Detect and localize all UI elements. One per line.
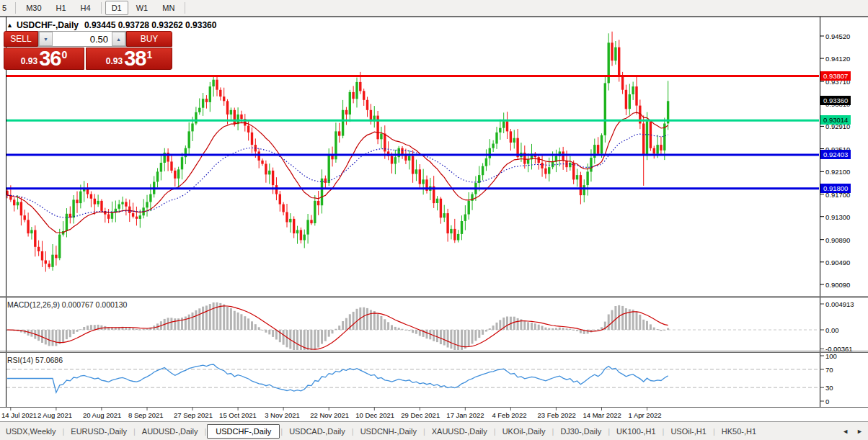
tab-scroll-right-icon[interactable]: ► (856, 428, 863, 435)
volume-spinner: ▼ ▲ (38, 31, 126, 47)
rsi-axis-tick: 30 (825, 384, 833, 392)
sell-button[interactable]: SELL (4, 31, 38, 47)
level-price-label[interactable]: 0.93807 (820, 71, 851, 81)
tab-usoil-h1[interactable]: USOil-,H1 (665, 425, 712, 438)
tf-button-h1[interactable]: H1 (50, 1, 73, 15)
level-price-label[interactable]: 0.92403 (820, 150, 851, 159)
macd-axis-tick: 0.00 (825, 326, 839, 334)
tab-eurusd-daily[interactable]: EURUSD-,Daily (65, 425, 133, 438)
tab-usdchf-daily[interactable]: USDCHF-,Daily (207, 424, 280, 439)
tab-xauusd-daily[interactable]: XAUUSD-,Daily (426, 425, 493, 438)
tf-button-d1[interactable]: D1 (105, 1, 128, 15)
date-axis-label: 3 Nov 2021 (265, 411, 300, 419)
moving-average-45 (7, 134, 668, 217)
one-click-trading-panel: SELL ▼ ▲ BUY 0.93 36 0 0.93 38 1 (4, 31, 172, 70)
tab-usdcad-daily[interactable]: USDCAD-,Daily (283, 425, 351, 438)
tab-separator: | (280, 427, 283, 436)
tf-button-mn[interactable]: MN (156, 1, 181, 15)
date-axis-label: 15 Oct 2021 (219, 411, 257, 419)
tab-hk50-h1[interactable]: HK50-,H1 (716, 425, 762, 438)
rsi-indicator-label: RSI(14) 57.0686 (7, 356, 63, 364)
date-axis-label: 10 Dec 2021 (355, 411, 394, 419)
macd-signal-line (7, 306, 668, 349)
date-axis-label: 14 Mar 2022 (583, 411, 621, 419)
date-axis-label: 4 Feb 2022 (492, 411, 526, 419)
toolbar-separator (185, 2, 185, 14)
tab-separator: | (494, 427, 496, 436)
tab-usdx-weekly[interactable]: USDX,Weekly (0, 425, 61, 438)
tab-separator: | (352, 427, 354, 436)
price-axis-tick: 0.94120 (825, 55, 850, 63)
tab-ukoil-daily[interactable]: UKOil-,Daily (497, 425, 552, 438)
buy-price-big: 38 (124, 48, 146, 69)
tab-uk100-h1[interactable]: UK100-,H1 (611, 425, 661, 438)
tab-scroll-arrows: ◄► (842, 428, 863, 435)
symbol-tab-bar: USDX,Weekly|EURUSD-,Daily|AUDUSD-,Daily|… (0, 421, 868, 440)
macd-axis-tick: 0.004913 (825, 300, 854, 308)
date-axis-label: 22 Nov 2021 (310, 411, 349, 419)
tab-separator: | (62, 427, 64, 436)
buy-price-display[interactable]: 0.93 38 1 (86, 48, 172, 70)
date-axis-label: 29 Dec 2021 (401, 411, 440, 419)
sell-price-display[interactable]: 0.93 36 0 (4, 48, 84, 70)
date-axis-label: 17 Jan 2022 (446, 411, 484, 419)
tf-button-5[interactable]: 5 (0, 1, 12, 15)
price-axis-tick: 0.90490 (825, 259, 850, 266)
sell-price-big: 36 (39, 48, 61, 69)
buy-button[interactable]: BUY (126, 31, 172, 47)
tab-dj30-daily[interactable]: DJ30-,Daily (554, 425, 607, 438)
tab-separator: | (713, 427, 715, 436)
price-axis-tick: 0.94520 (825, 32, 850, 40)
date-axis-label: 1 Apr 2022 (629, 411, 662, 419)
volume-decrease-button[interactable]: ▼ (39, 32, 53, 46)
trading-platform-window: 0.945200.941200.937100.933100.929100.925… (0, 0, 868, 440)
tab-usdcnh-daily[interactable]: USDCNH-,Daily (355, 425, 422, 438)
tf-button-h4[interactable]: H4 (74, 1, 97, 15)
volume-input[interactable] (53, 32, 112, 46)
date-axis-label: 27 Sep 2021 (174, 411, 213, 419)
tf-button-m30[interactable]: M30 (19, 1, 48, 15)
tab-audusd-daily[interactable]: AUDUSD-,Daily (136, 425, 204, 438)
toolbar-separator (15, 2, 16, 14)
tab-scroll-left-icon[interactable]: ◄ (842, 428, 849, 435)
chart-symbol-label: USDCHF-,Daily (17, 20, 79, 30)
timeframe-toolbar: 5M30H1H4D1W1MN (0, 0, 868, 17)
level-price-label[interactable]: 0.91800 (820, 184, 851, 193)
chart-ohlc-quotes: 0.93445 0.93728 0.93262 0.93360 (84, 20, 217, 30)
date-axis-label: 2 Aug 2021 (37, 411, 72, 419)
bid-price-label: 0.93360 (820, 96, 851, 105)
tf-button-w1[interactable]: W1 (130, 1, 155, 15)
tab-separator: | (133, 427, 136, 436)
chevron-down-icon: ▼ (43, 37, 48, 42)
toolbar-separator (101, 2, 102, 14)
level-price-label[interactable]: 0.93014 (820, 115, 851, 125)
date-axis-label: 20 Aug 2021 (83, 411, 121, 419)
volume-increase-button[interactable]: ▲ (112, 32, 125, 46)
tab-separator: | (608, 427, 610, 436)
chevron-up-icon: ▲ (116, 37, 121, 42)
tab-separator: | (423, 427, 425, 436)
rsi-axis-tick: 0 (825, 398, 829, 405)
macd-histogram (6, 302, 670, 350)
tab-separator: | (204, 427, 206, 436)
date-axis-label: 14 Jul 2021 (1, 411, 37, 419)
moving-average-20 (7, 112, 668, 233)
buy-price-prefix: 0.93 (106, 56, 123, 66)
price-axis-tick: 0.90090 (825, 281, 850, 289)
tab-separator: | (552, 427, 554, 436)
macd-indicator-label: MACD(12,26,9) 0.000767 0.000130 (7, 300, 127, 309)
buy-price-pip: 1 (146, 49, 152, 60)
date-axis-label: 23 Feb 2022 (537, 411, 575, 419)
sell-price-pip: 0 (61, 49, 67, 60)
price-axis-tick: 0.91300 (825, 213, 850, 221)
collapse-panel-icon[interactable]: ▲ (6, 22, 13, 29)
rsi-axis-tick: 100 (825, 352, 837, 360)
chart-title: ▲USDCHF-,Daily0.93445 0.93728 0.93262 0.… (6, 20, 216, 30)
price-axis-tick: 0.90890 (825, 236, 850, 244)
tab-separator: | (663, 427, 665, 436)
price-axis-tick: 0.92100 (825, 168, 850, 176)
rsi-axis-tick: 70 (825, 366, 833, 374)
rsi-line (7, 364, 668, 392)
sell-price-prefix: 0.93 (21, 56, 37, 66)
date-axis-label: 8 Sep 2021 (128, 411, 164, 419)
